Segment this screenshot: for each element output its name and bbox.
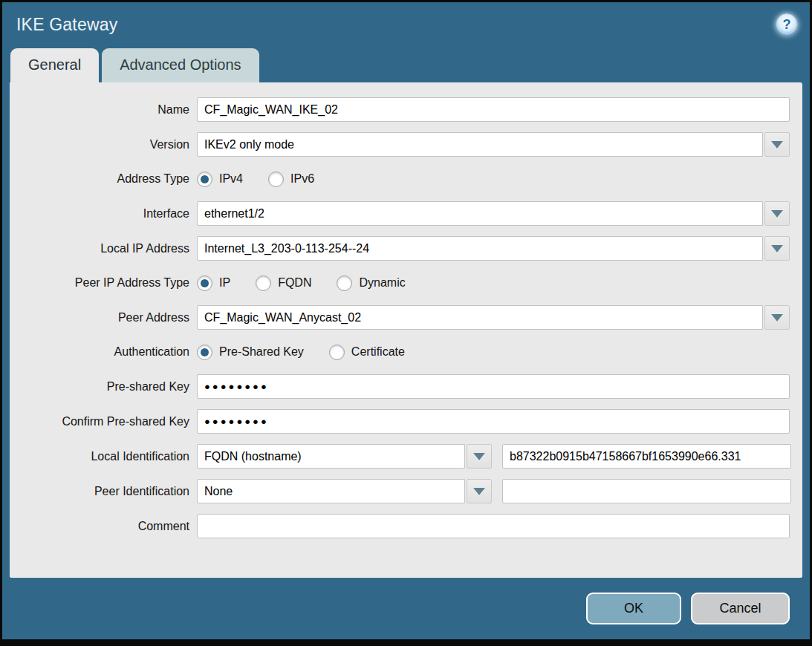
radio-selected-icon[interactable]: [197, 172, 212, 187]
confirm-psk-input[interactable]: [197, 409, 790, 434]
ike-gateway-dialog: IKE Gateway ? General Advanced Options N…: [0, 0, 812, 646]
local-id-value-input[interactable]: [502, 444, 791, 469]
peer-ip-type-row: Peer IP Address Type IP FQDN Dynamic: [10, 271, 790, 295]
address-type-label: Address Type: [10, 172, 197, 186]
name-row: Name: [10, 97, 790, 122]
peer-ip-type-label: Peer IP Address Type: [10, 276, 197, 290]
interface-label: Interface: [10, 207, 197, 221]
authentication-certificate-option[interactable]: Certificate: [329, 345, 405, 360]
version-row: Version: [10, 132, 790, 157]
peer-address-input[interactable]: [197, 305, 763, 330]
cancel-button[interactable]: Cancel: [691, 593, 790, 624]
local-ip-row: Local IP Address: [10, 236, 790, 261]
peer-id-row: Peer Identification: [10, 479, 790, 503]
tab-bar: General Advanced Options: [2, 48, 810, 82]
local-ip-label: Local IP Address: [10, 242, 197, 255]
psk-row: Pre-shared Key: [10, 374, 790, 399]
psk-input[interactable]: [197, 374, 790, 399]
radio-selected-icon[interactable]: [197, 275, 212, 291]
peer-id-value-input[interactable]: [502, 479, 791, 503]
titlebar: IKE Gateway ?: [2, 2, 810, 44]
general-tab-panel: Name Version Address Type IPv4: [10, 82, 802, 578]
local-id-dropdown-button[interactable]: [467, 444, 492, 469]
peer-id-label: Peer Identification: [10, 485, 197, 498]
radio-unselected-icon[interactable]: [337, 275, 352, 291]
local-ip-dropdown-button[interactable]: [764, 236, 790, 261]
local-id-type-input[interactable]: [197, 444, 465, 469]
local-id-label: Local Identification: [10, 450, 197, 463]
interface-input[interactable]: [197, 201, 763, 226]
authentication-row: Authentication Pre-Shared Key Certificat…: [10, 340, 790, 364]
tab-advanced-options[interactable]: Advanced Options: [102, 48, 259, 82]
radio-unselected-icon[interactable]: [329, 345, 345, 360]
tab-general[interactable]: General: [10, 48, 99, 82]
peer-id-type-input[interactable]: [197, 479, 465, 503]
version-dropdown-button[interactable]: [764, 132, 790, 157]
ok-button[interactable]: OK: [586, 593, 681, 624]
local-id-row: Local Identification: [10, 444, 790, 469]
address-type-ipv4-option[interactable]: IPv4: [197, 172, 243, 187]
confirm-psk-label: Confirm Pre-shared Key: [10, 415, 197, 428]
interface-dropdown-button[interactable]: [764, 201, 790, 226]
name-input[interactable]: [197, 97, 790, 122]
peer-ip-type-dynamic-option[interactable]: Dynamic: [337, 275, 405, 291]
interface-row: Interface: [10, 201, 790, 226]
authentication-psk-option[interactable]: Pre-Shared Key: [197, 345, 304, 360]
psk-label: Pre-shared Key: [10, 380, 197, 394]
help-icon[interactable]: ?: [776, 13, 798, 36]
dialog-footer: OK Cancel: [2, 578, 810, 639]
comment-label: Comment: [10, 520, 197, 533]
peer-ip-type-ip-option[interactable]: IP: [197, 275, 230, 291]
local-ip-input[interactable]: [197, 236, 763, 261]
peer-ip-type-fqdn-option[interactable]: FQDN: [256, 275, 311, 291]
name-label: Name: [10, 103, 197, 117]
radio-unselected-icon[interactable]: [268, 172, 284, 187]
comment-input[interactable]: [197, 514, 790, 538]
peer-id-dropdown-button[interactable]: [467, 479, 492, 503]
radio-selected-icon[interactable]: [197, 345, 212, 360]
peer-address-row: Peer Address: [10, 305, 790, 330]
address-type-ipv6-option[interactable]: IPv6: [268, 172, 314, 187]
version-label: Version: [10, 138, 197, 151]
peer-address-label: Peer Address: [10, 311, 197, 324]
confirm-psk-row: Confirm Pre-shared Key: [10, 409, 790, 434]
dialog-title: IKE Gateway: [16, 15, 117, 35]
address-type-row: Address Type IPv4 IPv6: [10, 167, 790, 191]
radio-unselected-icon[interactable]: [256, 275, 271, 291]
authentication-label: Authentication: [10, 345, 197, 359]
comment-row: Comment: [10, 514, 790, 538]
version-input[interactable]: [197, 132, 763, 157]
peer-address-dropdown-button[interactable]: [764, 305, 790, 330]
